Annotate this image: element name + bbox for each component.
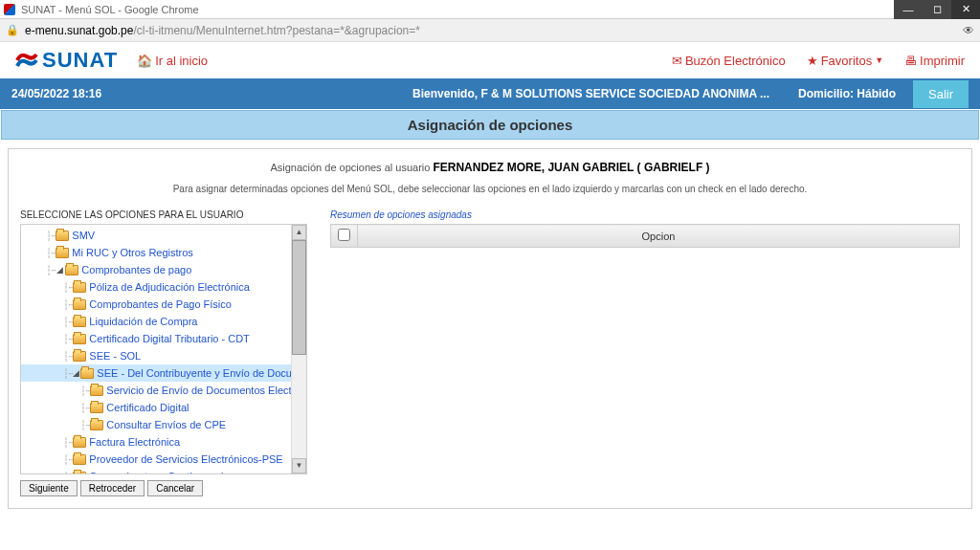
salir-button[interactable]: Salir [913, 80, 969, 108]
tree-item-label: Factura Electrónica [89, 436, 180, 448]
folder-icon [73, 472, 86, 474]
folder-icon [56, 231, 69, 241]
home-icon: 🏠 [137, 54, 152, 68]
favoritos-link[interactable]: ★ Favoritos ▼ [807, 54, 883, 68]
folder-icon [73, 334, 86, 344]
tree-item-label: SEE - SOL [89, 350, 141, 362]
folder-icon [90, 385, 103, 396]
left-col-title: SELECCIONE LAS OPCIONES PARA EL USUARIO [20, 209, 307, 220]
folder-icon [73, 317, 86, 327]
tree-item[interactable]: ┆···Consultar Envíos de CPE [21, 416, 291, 433]
tree-item[interactable]: ┆···Liquidación de Compra [21, 313, 291, 330]
opcion-header: Opcion [358, 225, 960, 248]
tree-item[interactable]: ┆···Póliza de Adjudicación Electrónica [21, 278, 291, 296]
folder-icon [73, 454, 86, 465]
tree-item-label: SMV [72, 230, 95, 241]
folder-icon [90, 420, 103, 430]
imprimir-label: Imprimir [920, 54, 965, 68]
content-box: Asignación de opciones al usuario FERNAN… [8, 148, 972, 509]
folder-icon [90, 403, 103, 413]
tree-item[interactable]: ┆···Mi RUC y Otros Registros [21, 244, 291, 261]
tree-item[interactable]: ┆···Proveedor de Servicios Electrónicos-… [21, 451, 291, 468]
tree-item-label: Comprobantes - Contingencia [89, 471, 229, 473]
assigned-options-table: Opcion [330, 224, 960, 248]
right-col-title: Resumen de opciones asignadas [330, 209, 960, 220]
url-display[interactable]: e-menu.sunat.gob.pe/cl-ti-itmenu/MenuInt… [25, 24, 420, 37]
sunat-header: SUNAT 🏠 Ir al inicio ✉ Buzón Electrónico… [0, 42, 980, 78]
tree-item-label: Proveedor de Servicios Electrónicos-PSE [89, 453, 282, 465]
tree-item[interactable]: ┆···Certificado Digital Tributario - CDT [21, 330, 291, 347]
tree-item[interactable]: ┆···◢SEE - Del Contribuyente y Envío de … [21, 364, 291, 382]
tree-item-label: Mi RUC y Otros Registros [72, 247, 193, 258]
folder-icon [80, 368, 94, 379]
scroll-down-button[interactable]: ▼ [292, 458, 306, 473]
welcome-bar: 24/05/2022 18:16 Bienvenido, F & M SOLUT… [0, 78, 980, 109]
tree-item[interactable]: ┆···Factura Electrónica [21, 433, 291, 451]
tree-item-label: Liquidación de Compra [89, 316, 197, 327]
assign-title: Asignación de opciones al usuario FERNAN… [20, 161, 960, 174]
app-icon [4, 4, 15, 15]
window-title: SUNAT - Menú SOL - Google Chrome [21, 4, 199, 15]
tree-item[interactable]: ┆···SEE - SOL [21, 347, 291, 364]
collapse-icon[interactable]: ◢ [73, 369, 79, 378]
tree-item-label: Comprobantes de pago [81, 264, 191, 275]
buzon-link[interactable]: ✉ Buzón Electrónico [672, 54, 786, 68]
retroceder-button[interactable]: Retroceder [80, 480, 145, 496]
tree-item-label: SEE - Del Contribuyente y Envío de Docum… [97, 367, 291, 379]
scroll-up-button[interactable]: ▲ [292, 225, 306, 240]
domicilio-label: Domicilio: Hábido [798, 87, 896, 100]
window-maximize-button[interactable]: ◻ [923, 0, 951, 19]
logo-text: SUNAT [42, 48, 118, 73]
select-all-checkbox[interactable] [338, 229, 350, 241]
favoritos-label: Favoritos [821, 54, 872, 68]
tree-item-label: Consultar Envíos de CPE [106, 419, 226, 430]
tree-item-label: Certificado Digital [106, 402, 189, 413]
print-icon: 🖶 [904, 54, 917, 68]
welcome-user: Bienvenido, F & M SOLUTIONS SERVICE SOCI… [412, 87, 769, 100]
browser-urlbar: 🔒 e-menu.sunat.gob.pe/cl-ti-itmenu/MenuI… [0, 19, 980, 42]
datetime-label: 24/05/2022 18:16 [11, 87, 101, 100]
window-titlebar: SUNAT - Menú SOL - Google Chrome — ◻ ✕ [0, 0, 980, 19]
home-label: Ir al inicio [155, 54, 208, 68]
folder-icon [73, 437, 86, 448]
tree-item[interactable]: ┆···Servicio de Envío de Documentos Elec… [21, 382, 291, 399]
tree-item-label: Certificado Digital Tributario - CDT [89, 333, 250, 344]
sunat-logo-icon [15, 49, 38, 72]
visibility-icon[interactable]: 👁 [963, 24, 974, 37]
imprimir-link[interactable]: 🖶 Imprimir [904, 54, 965, 68]
window-close-button[interactable]: ✕ [951, 0, 980, 19]
tree-item-label: Póliza de Adjudicación Electrónica [89, 281, 250, 293]
options-tree: ┆···SMV┆···Mi RUC y Otros Registros┆···◢… [20, 224, 307, 474]
window-minimize-button[interactable]: — [894, 0, 923, 19]
tree-item-label: Servicio de Envío de Documentos Electrón… [106, 385, 291, 396]
section-header: Asignación de opciones [1, 110, 979, 140]
folder-icon [65, 265, 78, 275]
tree-item[interactable]: ┆···Certificado Digital [21, 399, 291, 416]
tree-item[interactable]: ┆···SMV [21, 227, 291, 244]
sunat-logo: SUNAT [15, 48, 118, 73]
tree-scrollbar[interactable]: ▲ ▼ [291, 225, 306, 473]
tree-item[interactable]: ┆···◢Comprobantes de pago [21, 261, 291, 278]
tree-item[interactable]: ┆···Comprobantes - Contingencia [21, 468, 291, 473]
folder-icon [73, 299, 86, 310]
folder-icon [73, 282, 86, 293]
mail-icon: ✉ [672, 54, 682, 68]
folder-icon [73, 351, 86, 362]
star-icon: ★ [807, 54, 818, 68]
buzon-label: Buzón Electrónico [685, 54, 786, 68]
lock-icon: 🔒 [6, 24, 19, 36]
home-link[interactable]: 🏠 Ir al inicio [137, 54, 208, 68]
assign-user: FERNANDEZ MORE, JUAN GABRIEL ( GABRIELF … [433, 161, 709, 174]
tree-item-label: Comprobantes de Pago Físico [89, 298, 232, 310]
siguiente-button[interactable]: Siguiente [20, 480, 78, 496]
tree-item[interactable]: ┆···Comprobantes de Pago Físico [21, 296, 291, 313]
chevron-down-icon: ▼ [875, 55, 883, 65]
cancelar-button[interactable]: Cancelar [147, 480, 203, 496]
collapse-icon[interactable]: ◢ [56, 266, 64, 275]
scroll-thumb[interactable] [292, 240, 306, 355]
folder-icon [56, 248, 69, 258]
assign-hint: Para asignar determinadas opciones del M… [20, 184, 960, 194]
